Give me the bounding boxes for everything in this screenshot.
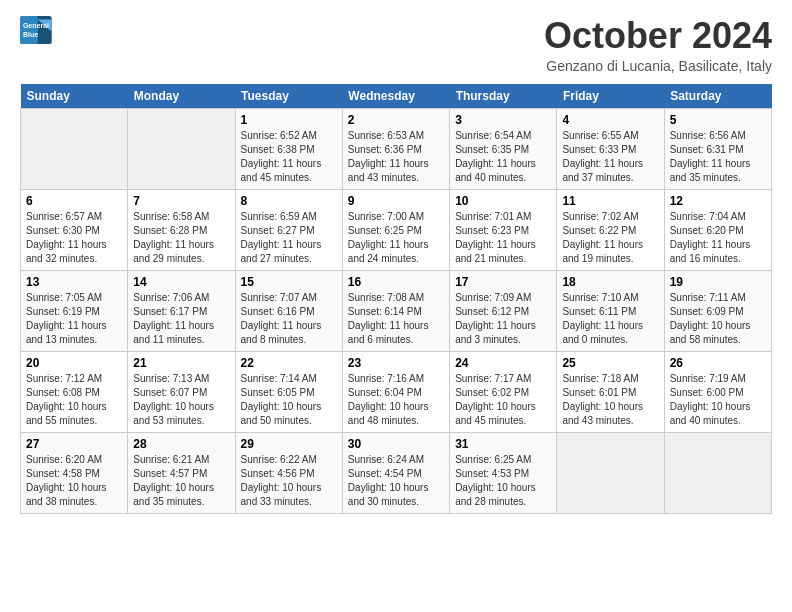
day-header-saturday: Saturday [664, 84, 771, 109]
day-info: Sunrise: 7:10 AM Sunset: 6:11 PM Dayligh… [562, 291, 658, 347]
calendar-cell: 5Sunrise: 6:56 AM Sunset: 6:31 PM Daylig… [664, 108, 771, 189]
calendar-cell: 15Sunrise: 7:07 AM Sunset: 6:16 PM Dayli… [235, 270, 342, 351]
week-row-4: 20Sunrise: 7:12 AM Sunset: 6:08 PM Dayli… [21, 351, 772, 432]
day-number: 8 [241, 194, 337, 208]
day-number: 23 [348, 356, 444, 370]
day-info: Sunrise: 7:02 AM Sunset: 6:22 PM Dayligh… [562, 210, 658, 266]
day-number: 7 [133, 194, 229, 208]
location-subtitle: Genzano di Lucania, Basilicate, Italy [544, 58, 772, 74]
svg-rect-2 [20, 16, 38, 44]
calendar-cell: 12Sunrise: 7:04 AM Sunset: 6:20 PM Dayli… [664, 189, 771, 270]
calendar-cell: 14Sunrise: 7:06 AM Sunset: 6:17 PM Dayli… [128, 270, 235, 351]
day-number: 13 [26, 275, 122, 289]
calendar-cell: 21Sunrise: 7:13 AM Sunset: 6:07 PM Dayli… [128, 351, 235, 432]
day-header-wednesday: Wednesday [342, 84, 449, 109]
day-info: Sunrise: 6:20 AM Sunset: 4:58 PM Dayligh… [26, 453, 122, 509]
calendar-cell [557, 432, 664, 513]
day-info: Sunrise: 6:25 AM Sunset: 4:53 PM Dayligh… [455, 453, 551, 509]
calendar-cell: 6Sunrise: 6:57 AM Sunset: 6:30 PM Daylig… [21, 189, 128, 270]
week-row-5: 27Sunrise: 6:20 AM Sunset: 4:58 PM Dayli… [21, 432, 772, 513]
day-info: Sunrise: 7:04 AM Sunset: 6:20 PM Dayligh… [670, 210, 766, 266]
day-number: 18 [562, 275, 658, 289]
week-row-1: 1Sunrise: 6:52 AM Sunset: 6:38 PM Daylig… [21, 108, 772, 189]
day-number: 26 [670, 356, 766, 370]
day-number: 11 [562, 194, 658, 208]
day-number: 25 [562, 356, 658, 370]
day-number: 9 [348, 194, 444, 208]
week-row-2: 6Sunrise: 6:57 AM Sunset: 6:30 PM Daylig… [21, 189, 772, 270]
calendar-cell [21, 108, 128, 189]
calendar-cell: 13Sunrise: 7:05 AM Sunset: 6:19 PM Dayli… [21, 270, 128, 351]
calendar-cell: 30Sunrise: 6:24 AM Sunset: 4:54 PM Dayli… [342, 432, 449, 513]
day-number: 5 [670, 113, 766, 127]
calendar-cell: 23Sunrise: 7:16 AM Sunset: 6:04 PM Dayli… [342, 351, 449, 432]
day-info: Sunrise: 7:00 AM Sunset: 6:25 PM Dayligh… [348, 210, 444, 266]
page-header: General Blue October 2024 Genzano di Luc… [20, 16, 772, 74]
week-row-3: 13Sunrise: 7:05 AM Sunset: 6:19 PM Dayli… [21, 270, 772, 351]
day-info: Sunrise: 6:58 AM Sunset: 6:28 PM Dayligh… [133, 210, 229, 266]
day-info: Sunrise: 6:56 AM Sunset: 6:31 PM Dayligh… [670, 129, 766, 185]
svg-text:General: General [23, 22, 49, 29]
logo-icon: General Blue [20, 16, 52, 44]
calendar-cell: 3Sunrise: 6:54 AM Sunset: 6:35 PM Daylig… [450, 108, 557, 189]
day-info: Sunrise: 6:55 AM Sunset: 6:33 PM Dayligh… [562, 129, 658, 185]
calendar-cell: 7Sunrise: 6:58 AM Sunset: 6:28 PM Daylig… [128, 189, 235, 270]
calendar-cell: 1Sunrise: 6:52 AM Sunset: 6:38 PM Daylig… [235, 108, 342, 189]
day-number: 4 [562, 113, 658, 127]
calendar-cell: 28Sunrise: 6:21 AM Sunset: 4:57 PM Dayli… [128, 432, 235, 513]
day-info: Sunrise: 6:59 AM Sunset: 6:27 PM Dayligh… [241, 210, 337, 266]
day-info: Sunrise: 7:19 AM Sunset: 6:00 PM Dayligh… [670, 372, 766, 428]
day-number: 1 [241, 113, 337, 127]
calendar-cell: 26Sunrise: 7:19 AM Sunset: 6:00 PM Dayli… [664, 351, 771, 432]
day-number: 12 [670, 194, 766, 208]
calendar-cell: 25Sunrise: 7:18 AM Sunset: 6:01 PM Dayli… [557, 351, 664, 432]
day-info: Sunrise: 7:08 AM Sunset: 6:14 PM Dayligh… [348, 291, 444, 347]
day-header-thursday: Thursday [450, 84, 557, 109]
calendar-cell: 9Sunrise: 7:00 AM Sunset: 6:25 PM Daylig… [342, 189, 449, 270]
day-number: 22 [241, 356, 337, 370]
day-info: Sunrise: 6:57 AM Sunset: 6:30 PM Dayligh… [26, 210, 122, 266]
day-info: Sunrise: 7:18 AM Sunset: 6:01 PM Dayligh… [562, 372, 658, 428]
day-header-tuesday: Tuesday [235, 84, 342, 109]
calendar-cell [664, 432, 771, 513]
calendar-cell: 20Sunrise: 7:12 AM Sunset: 6:08 PM Dayli… [21, 351, 128, 432]
day-info: Sunrise: 6:52 AM Sunset: 6:38 PM Dayligh… [241, 129, 337, 185]
day-info: Sunrise: 7:07 AM Sunset: 6:16 PM Dayligh… [241, 291, 337, 347]
calendar-cell: 10Sunrise: 7:01 AM Sunset: 6:23 PM Dayli… [450, 189, 557, 270]
day-number: 2 [348, 113, 444, 127]
header-row: SundayMondayTuesdayWednesdayThursdayFrid… [21, 84, 772, 109]
day-number: 28 [133, 437, 229, 451]
calendar-cell: 22Sunrise: 7:14 AM Sunset: 6:05 PM Dayli… [235, 351, 342, 432]
day-info: Sunrise: 7:13 AM Sunset: 6:07 PM Dayligh… [133, 372, 229, 428]
day-number: 20 [26, 356, 122, 370]
day-number: 15 [241, 275, 337, 289]
calendar-cell: 18Sunrise: 7:10 AM Sunset: 6:11 PM Dayli… [557, 270, 664, 351]
day-info: Sunrise: 7:05 AM Sunset: 6:19 PM Dayligh… [26, 291, 122, 347]
day-number: 30 [348, 437, 444, 451]
calendar-cell: 16Sunrise: 7:08 AM Sunset: 6:14 PM Dayli… [342, 270, 449, 351]
calendar-cell: 29Sunrise: 6:22 AM Sunset: 4:56 PM Dayli… [235, 432, 342, 513]
day-info: Sunrise: 7:06 AM Sunset: 6:17 PM Dayligh… [133, 291, 229, 347]
day-header-sunday: Sunday [21, 84, 128, 109]
day-info: Sunrise: 7:16 AM Sunset: 6:04 PM Dayligh… [348, 372, 444, 428]
day-header-friday: Friday [557, 84, 664, 109]
day-info: Sunrise: 6:54 AM Sunset: 6:35 PM Dayligh… [455, 129, 551, 185]
day-info: Sunrise: 7:11 AM Sunset: 6:09 PM Dayligh… [670, 291, 766, 347]
day-number: 27 [26, 437, 122, 451]
day-info: Sunrise: 6:24 AM Sunset: 4:54 PM Dayligh… [348, 453, 444, 509]
day-number: 31 [455, 437, 551, 451]
day-header-monday: Monday [128, 84, 235, 109]
calendar-cell: 8Sunrise: 6:59 AM Sunset: 6:27 PM Daylig… [235, 189, 342, 270]
day-number: 21 [133, 356, 229, 370]
day-number: 10 [455, 194, 551, 208]
day-number: 3 [455, 113, 551, 127]
day-info: Sunrise: 6:53 AM Sunset: 6:36 PM Dayligh… [348, 129, 444, 185]
calendar-cell: 2Sunrise: 6:53 AM Sunset: 6:36 PM Daylig… [342, 108, 449, 189]
calendar-body: 1Sunrise: 6:52 AM Sunset: 6:38 PM Daylig… [21, 108, 772, 513]
day-info: Sunrise: 7:12 AM Sunset: 6:08 PM Dayligh… [26, 372, 122, 428]
calendar-cell: 27Sunrise: 6:20 AM Sunset: 4:58 PM Dayli… [21, 432, 128, 513]
month-title: October 2024 [544, 16, 772, 56]
day-number: 24 [455, 356, 551, 370]
day-number: 29 [241, 437, 337, 451]
day-info: Sunrise: 7:17 AM Sunset: 6:02 PM Dayligh… [455, 372, 551, 428]
